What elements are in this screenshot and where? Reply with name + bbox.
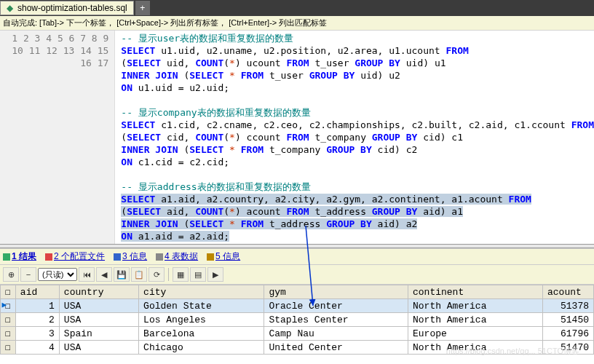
- cell[interactable]: 4: [15, 341, 59, 355]
- table-row[interactable]: ☐ 2 USA Los Angeles Staples Center North…: [1, 313, 594, 327]
- table-row[interactable]: ☐▶ 1 USA Golden State Oracle Center Nort…: [1, 299, 594, 313]
- nav-prev-button[interactable]: ◀: [96, 267, 112, 282]
- cell[interactable]: North America: [408, 313, 543, 327]
- col-gym[interactable]: gym: [264, 285, 408, 299]
- col-city[interactable]: city: [139, 285, 264, 299]
- code-area[interactable]: -- 显示user表的数据和重复数据的数量 SELECT u1.uid, u2.…: [115, 31, 594, 244]
- results-grid[interactable]: ☐ aid country city gym continent acount …: [0, 285, 594, 355]
- cell[interactable]: Barcelona: [139, 327, 264, 341]
- cell[interactable]: USA: [59, 341, 138, 355]
- info2-icon: [207, 253, 214, 261]
- checkbox-header[interactable]: ☐: [1, 285, 16, 299]
- info-icon: [114, 253, 121, 261]
- refresh-button[interactable]: ⟳: [148, 267, 165, 282]
- sql-editor[interactable]: 1 2 3 4 5 6 7 8 9 10 11 12 13 14 15 16 1…: [0, 31, 594, 244]
- cell[interactable]: Oracle Center: [264, 299, 408, 313]
- table-icon: [156, 253, 163, 261]
- profile-icon: [45, 253, 52, 261]
- col-aid[interactable]: aid: [15, 285, 59, 299]
- table-row[interactable]: ☐ 3 Spain Barcelona Camp Nau Europe 6179…: [1, 327, 594, 341]
- file-tab-label: show-optimization-tables.sql: [17, 3, 127, 13]
- cell[interactable]: 2: [15, 313, 59, 327]
- readonly-select[interactable]: (只读): [38, 268, 77, 281]
- cell[interactable]: Staples Center: [264, 313, 408, 327]
- cell[interactable]: Chicago: [139, 341, 264, 355]
- cell[interactable]: 1: [15, 299, 59, 313]
- cell[interactable]: North America: [408, 299, 543, 313]
- row-checkbox[interactable]: ☐: [1, 341, 16, 355]
- nav-first-button[interactable]: ⏮: [79, 267, 95, 282]
- cell[interactable]: 61796: [543, 327, 594, 341]
- results-tab-bar: 1 结果 2 个配置文件 3 信息 4 表数据 5 信息: [0, 248, 594, 265]
- grid-icon: [3, 253, 10, 261]
- current-row-icon: ▶: [2, 300, 7, 309]
- export-button[interactable]: ▦: [173, 267, 189, 282]
- new-tab-button[interactable]: +: [135, 1, 150, 15]
- row-checkbox[interactable]: ☐▶: [1, 299, 16, 313]
- row-checkbox[interactable]: ☐: [1, 327, 16, 341]
- nav-next-button[interactable]: ▶: [207, 267, 223, 282]
- cell[interactable]: United Center: [264, 341, 408, 355]
- results-toolbar: ⊕ − (只读) ⏮ ◀ 💾 📋 ⟳ ▦ ▤ ▶: [0, 265, 594, 285]
- delete-row-button[interactable]: −: [20, 267, 36, 282]
- cell[interactable]: Europe: [408, 327, 543, 341]
- row-checkbox[interactable]: ☐: [1, 313, 16, 327]
- cell[interactable]: 51378: [543, 299, 594, 313]
- sql-file-icon: ◆: [7, 3, 13, 13]
- cell[interactable]: Camp Nau: [264, 327, 408, 341]
- col-country[interactable]: country: [59, 285, 138, 299]
- col-acount[interactable]: acount: [543, 285, 594, 299]
- col-continent[interactable]: continent: [408, 285, 543, 299]
- tab-bar: ◆ show-optimization-tables.sql +: [0, 0, 594, 16]
- cell[interactable]: 51450: [543, 313, 594, 327]
- file-tab[interactable]: ◆ show-optimization-tables.sql: [0, 1, 134, 15]
- cell[interactable]: Golden State: [139, 299, 264, 313]
- separator: [168, 268, 169, 281]
- cell[interactable]: USA: [59, 313, 138, 327]
- autocomplete-hint: 自动完成: [Tab]-> 下一个标签， [Ctrl+Space]-> 列出所有…: [0, 16, 594, 31]
- tab-info2[interactable]: 5 信息: [207, 250, 240, 263]
- line-gutter: 1 2 3 4 5 6 7 8 9 10 11 12 13 14 15 16 1…: [0, 31, 115, 244]
- header-row: ☐ aid country city gym continent acount: [1, 285, 594, 299]
- cell[interactable]: USA: [59, 299, 138, 313]
- tab-results[interactable]: 1 结果: [3, 250, 36, 263]
- tab-profiles[interactable]: 2 个配置文件: [45, 250, 105, 263]
- tab-tabledata[interactable]: 4 表数据: [156, 250, 198, 263]
- add-row-button[interactable]: ⊕: [3, 267, 19, 282]
- watermark: https://blog.csdn.net/qq... 51CTO博客: [446, 346, 579, 357]
- tab-info1[interactable]: 3 信息: [114, 250, 147, 263]
- copy-button[interactable]: 📋: [131, 267, 147, 282]
- cell[interactable]: Los Angeles: [139, 313, 264, 327]
- cell[interactable]: 3: [15, 327, 59, 341]
- save-button[interactable]: 💾: [114, 267, 130, 282]
- cell[interactable]: Spain: [59, 327, 138, 341]
- filter-button[interactable]: ▤: [190, 267, 206, 282]
